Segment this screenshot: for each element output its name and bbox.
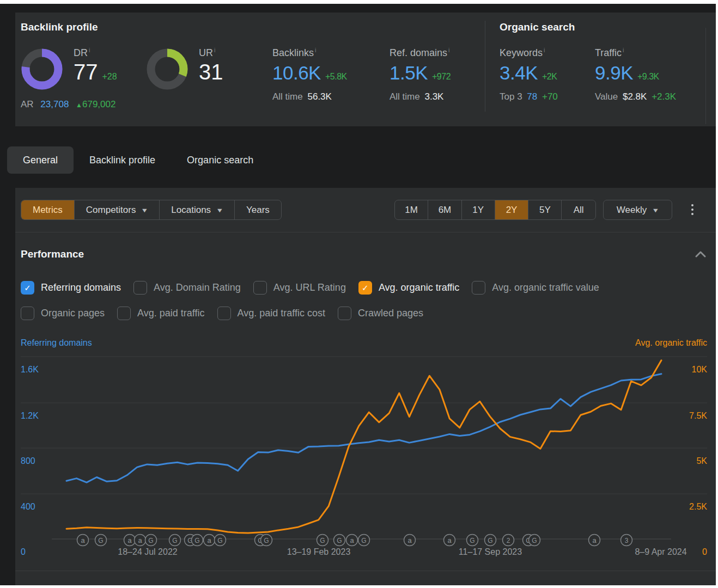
event-marker-a[interactable]: a: [204, 535, 215, 546]
range-button-2y[interactable]: 2Y: [495, 200, 528, 219]
button-label: 1M: [405, 205, 418, 216]
keywords-delta: +2K: [542, 72, 557, 81]
svg-text:G: G: [488, 537, 492, 544]
checkbox-avg-organic-traffic[interactable]: ✓Avg. organic traffic: [358, 281, 459, 295]
event-marker-a[interactable]: a: [124, 535, 136, 546]
info-icon[interactable]: i: [214, 47, 215, 53]
svg-text:3: 3: [625, 537, 629, 544]
checkbox-label: Avg. paid traffic cost: [238, 308, 325, 319]
performance-line-chart[interactable]: aGaaGGGGaGGGGGaGaaGG2GGa3: [0, 324, 718, 580]
filter-button-metrics[interactable]: Metrics: [21, 200, 75, 219]
series-avg-organic-traffic[interactable]: [66, 360, 661, 533]
metric-checkbox-row-1: ✓Referring domainsAvg. Domain RatingAvg.…: [21, 281, 599, 295]
backlinks-value[interactable]: 10.6K+5.8K: [272, 62, 347, 84]
svg-text:a: a: [407, 536, 412, 544]
info-icon[interactable]: i: [623, 47, 624, 53]
chevron-down-icon: ▼: [652, 207, 660, 213]
range-button-1y[interactable]: 1Y: [462, 200, 495, 219]
traffic-value[interactable]: 9.9K+9.3K: [595, 62, 676, 84]
tab-organic-search[interactable]: Organic search: [171, 146, 269, 174]
checkbox-crawled-pages[interactable]: Crawled pages: [338, 307, 423, 320]
info-icon[interactable]: i: [544, 47, 545, 53]
svg-text:G: G: [320, 537, 325, 544]
event-marker-G[interactable]: G: [358, 535, 370, 546]
x-axis-tick: 11–17 Sep 2023: [459, 547, 522, 557]
checkbox-avg-paid-traffic-cost[interactable]: Avg. paid traffic cost: [217, 307, 325, 320]
event-marker-G[interactable]: G: [529, 535, 540, 546]
checkbox-avg-organic-traffic-value[interactable]: Avg. organic traffic value: [472, 281, 599, 295]
event-marker-G[interactable]: G: [169, 535, 181, 546]
event-marker-a[interactable]: a: [589, 535, 600, 546]
checkbox-label: Referring domains: [41, 282, 121, 293]
dr-donut-chart: [21, 48, 63, 90]
filter-button-locations[interactable]: Locations▼: [160, 200, 235, 219]
event-marker-G[interactable]: G: [95, 535, 107, 546]
svg-text:a: a: [592, 536, 597, 544]
info-icon[interactable]: i: [315, 47, 316, 53]
button-label: 1Y: [472, 205, 484, 216]
keywords-value[interactable]: 3.4K+2K: [500, 62, 558, 84]
tab-backlink-profile[interactable]: Backlink profile: [74, 146, 171, 174]
event-marker-G[interactable]: G: [145, 535, 157, 546]
collapse-chevron-icon[interactable]: [694, 249, 707, 260]
event-marker-G[interactable]: G: [317, 535, 328, 546]
checkbox-avg-url-rating[interactable]: Avg. URL Rating: [253, 281, 346, 295]
more-options-button[interactable]: [689, 202, 696, 217]
interval-dropdown[interactable]: Weekly ▼: [603, 200, 672, 220]
ar-label: AR: [21, 99, 34, 109]
right-axis-tick: 0: [702, 547, 707, 557]
event-marker-a[interactable]: a: [444, 535, 455, 546]
checkbox-avg-paid-traffic[interactable]: Avg. paid traffic: [117, 307, 204, 320]
left-axis-tick: 800: [21, 456, 35, 466]
unchecked-checkbox-icon: [217, 307, 231, 320]
event-marker-G[interactable]: G: [215, 535, 226, 546]
metrics-header-panel: Backlink profile DRi 77+28 AR 23,708 ▲67…: [15, 13, 716, 126]
traffic-delta: +9.3K: [637, 72, 659, 81]
event-marker-a[interactable]: a: [404, 535, 416, 546]
svg-text:a: a: [127, 536, 132, 544]
ref-domains-value[interactable]: 1.5K+972: [390, 62, 451, 84]
event-marker-G[interactable]: G: [192, 535, 203, 546]
left-axis-tick: 0: [21, 547, 26, 557]
event-marker-G[interactable]: G: [334, 535, 345, 546]
unchecked-checkbox-icon: [472, 281, 485, 295]
range-button-5y[interactable]: 5Y: [528, 200, 562, 219]
event-marker-a[interactable]: a: [135, 535, 146, 546]
event-marker-3[interactable]: 3: [621, 535, 632, 546]
right-axis-tick: 7.5K: [689, 411, 707, 421]
checkbox-referring-domains[interactable]: ✓Referring domains: [21, 281, 121, 295]
button-label: Competitors: [86, 205, 136, 216]
event-marker-a[interactable]: a: [77, 535, 89, 546]
ur-value: 31: [199, 60, 223, 84]
event-marker-2[interactable]: 2: [503, 535, 514, 546]
checkbox-label: Avg. URL Rating: [273, 282, 346, 293]
svg-text:G: G: [264, 537, 269, 544]
range-button-6m[interactable]: 6M: [428, 200, 461, 219]
tab-general[interactable]: General: [7, 146, 74, 174]
ar-value[interactable]: 23,708: [40, 99, 69, 109]
range-button-all[interactable]: All: [562, 200, 595, 219]
filter-button-years[interactable]: Years: [235, 200, 281, 219]
checkbox-avg-domain-rating[interactable]: Avg. Domain Rating: [133, 281, 241, 295]
svg-text:G: G: [470, 537, 474, 544]
checkbox-label: Avg. organic traffic value: [492, 282, 599, 293]
ref-domains-alltime: All time 3.3K: [390, 91, 451, 102]
event-marker-G[interactable]: G: [467, 535, 478, 546]
button-label: Metrics: [33, 205, 63, 216]
filter-button-competitors[interactable]: Competitors▼: [75, 200, 160, 219]
info-icon[interactable]: i: [448, 47, 449, 53]
dr-delta: +28: [102, 72, 117, 81]
event-marker-a[interactable]: a: [346, 535, 358, 546]
info-icon[interactable]: i: [89, 47, 90, 53]
checkbox-organic-pages[interactable]: Organic pages: [21, 307, 105, 320]
range-button-1m[interactable]: 1M: [395, 200, 428, 219]
chevron-down-icon: ▼: [141, 207, 149, 213]
event-marker-G[interactable]: G: [261, 535, 272, 546]
bottom-divider: [15, 571, 716, 571]
toolbar-divider: [15, 232, 716, 232]
filter-toolbar-group: MetricsCompetitors▼Locations▼Years: [21, 200, 282, 220]
keywords-metric: Keywordsi 3.4K+2K Top 3 78 +70: [500, 47, 558, 102]
backlinks-label: Backlinksi: [272, 47, 347, 59]
event-marker-G[interactable]: G: [485, 535, 496, 546]
unchecked-checkbox-icon: [253, 281, 267, 295]
